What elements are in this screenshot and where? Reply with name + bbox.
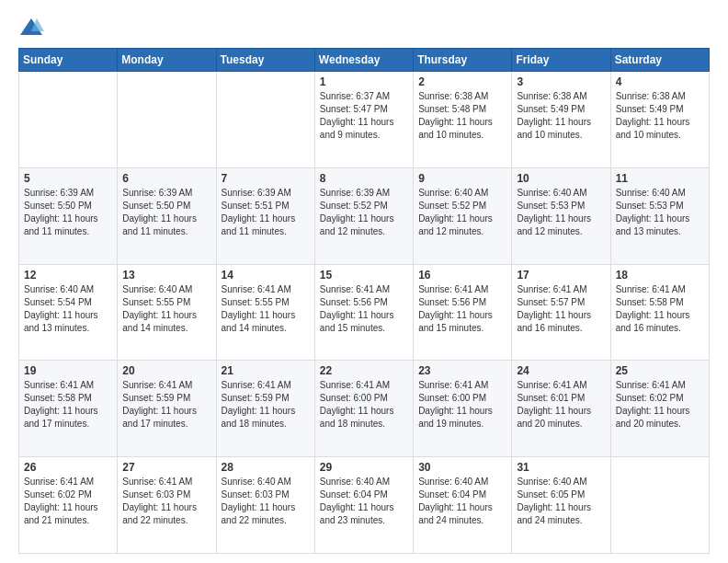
day-number: 17 [517, 269, 605, 282]
day-number: 20 [122, 364, 210, 377]
day-info: Sunrise: 6:41 AM Sunset: 5:59 PM Dayligh… [222, 379, 310, 431]
day-cell: 17Sunrise: 6:41 AM Sunset: 5:57 PM Dayli… [512, 264, 610, 361]
day-info: Sunrise: 6:41 AM Sunset: 5:58 PM Dayligh… [24, 379, 112, 431]
week-row-5: 26Sunrise: 6:41 AM Sunset: 6:02 PM Dayli… [19, 457, 710, 554]
day-number: 18 [616, 269, 704, 282]
day-number: 15 [320, 269, 408, 282]
day-info: Sunrise: 6:41 AM Sunset: 5:59 PM Dayligh… [122, 379, 210, 431]
header-cell-thursday: Thursday [414, 49, 512, 72]
day-number: 30 [418, 461, 506, 474]
day-number: 14 [222, 269, 310, 282]
day-cell: 18Sunrise: 6:41 AM Sunset: 5:58 PM Dayli… [610, 264, 709, 361]
day-info: Sunrise: 6:41 AM Sunset: 5:56 PM Dayligh… [320, 283, 408, 335]
day-cell: 2Sunrise: 6:38 AM Sunset: 5:48 PM Daylig… [414, 72, 512, 168]
day-info: Sunrise: 6:38 AM Sunset: 5:48 PM Dayligh… [418, 90, 506, 142]
logo [18, 15, 46, 40]
header-row: SundayMondayTuesdayWednesdayThursdayFrid… [19, 49, 710, 72]
day-number: 9 [418, 172, 506, 185]
day-info: Sunrise: 6:40 AM Sunset: 6:05 PM Dayligh… [517, 476, 605, 527]
day-info: Sunrise: 6:40 AM Sunset: 5:52 PM Dayligh… [418, 187, 506, 238]
day-number: 26 [24, 461, 112, 474]
day-number: 21 [222, 364, 310, 377]
day-cell: 10Sunrise: 6:40 AM Sunset: 5:53 PM Dayli… [512, 167, 610, 264]
day-number: 8 [320, 172, 408, 185]
header-cell-sunday: Sunday [19, 49, 118, 72]
day-cell [118, 72, 216, 168]
day-number: 10 [517, 172, 605, 185]
header-cell-friday: Friday [512, 49, 610, 72]
day-cell: 19Sunrise: 6:41 AM Sunset: 5:58 PM Dayli… [19, 361, 118, 457]
day-cell [216, 72, 314, 168]
day-info: Sunrise: 6:41 AM Sunset: 6:02 PM Dayligh… [24, 476, 112, 527]
day-cell: 12Sunrise: 6:40 AM Sunset: 5:54 PM Dayli… [19, 264, 118, 361]
day-number: 27 [122, 461, 210, 474]
day-cell: 28Sunrise: 6:40 AM Sunset: 6:03 PM Dayli… [216, 457, 314, 554]
day-info: Sunrise: 6:41 AM Sunset: 6:00 PM Dayligh… [418, 379, 506, 431]
day-info: Sunrise: 6:41 AM Sunset: 6:00 PM Dayligh… [320, 379, 408, 431]
day-cell: 21Sunrise: 6:41 AM Sunset: 5:59 PM Dayli… [216, 361, 314, 457]
day-cell: 4Sunrise: 6:38 AM Sunset: 5:49 PM Daylig… [610, 72, 709, 168]
day-cell: 6Sunrise: 6:39 AM Sunset: 5:50 PM Daylig… [118, 167, 216, 264]
day-cell: 1Sunrise: 6:37 AM Sunset: 5:47 PM Daylig… [314, 72, 413, 168]
day-number: 19 [24, 364, 112, 377]
day-info: Sunrise: 6:39 AM Sunset: 5:52 PM Dayligh… [320, 187, 408, 238]
day-cell: 23Sunrise: 6:41 AM Sunset: 6:00 PM Dayli… [414, 361, 512, 457]
day-cell: 29Sunrise: 6:40 AM Sunset: 6:04 PM Dayli… [314, 457, 413, 554]
calendar-table: SundayMondayTuesdayWednesdayThursdayFrid… [18, 48, 710, 554]
day-cell: 26Sunrise: 6:41 AM Sunset: 6:02 PM Dayli… [19, 457, 118, 554]
day-cell: 15Sunrise: 6:41 AM Sunset: 5:56 PM Dayli… [314, 264, 413, 361]
day-info: Sunrise: 6:40 AM Sunset: 6:03 PM Dayligh… [222, 476, 310, 527]
day-number: 16 [418, 269, 506, 282]
day-cell: 16Sunrise: 6:41 AM Sunset: 5:56 PM Dayli… [414, 264, 512, 361]
day-cell: 3Sunrise: 6:38 AM Sunset: 5:49 PM Daylig… [512, 72, 610, 168]
day-number: 1 [320, 75, 408, 88]
day-info: Sunrise: 6:41 AM Sunset: 5:55 PM Dayligh… [222, 283, 310, 335]
day-cell: 13Sunrise: 6:40 AM Sunset: 5:55 PM Dayli… [118, 264, 216, 361]
day-number: 2 [418, 75, 506, 88]
day-info: Sunrise: 6:40 AM Sunset: 6:04 PM Dayligh… [418, 476, 506, 527]
day-number: 12 [24, 269, 112, 282]
day-info: Sunrise: 6:38 AM Sunset: 5:49 PM Dayligh… [616, 90, 704, 142]
day-info: Sunrise: 6:40 AM Sunset: 5:54 PM Dayligh… [24, 283, 112, 335]
header-cell-saturday: Saturday [610, 49, 709, 72]
day-info: Sunrise: 6:41 AM Sunset: 5:57 PM Dayligh… [517, 283, 605, 335]
day-info: Sunrise: 6:39 AM Sunset: 5:50 PM Dayligh… [24, 187, 112, 238]
week-row-2: 5Sunrise: 6:39 AM Sunset: 5:50 PM Daylig… [19, 167, 710, 264]
day-cell: 5Sunrise: 6:39 AM Sunset: 5:50 PM Daylig… [19, 167, 118, 264]
calendar-header: SundayMondayTuesdayWednesdayThursdayFrid… [19, 49, 710, 72]
day-info: Sunrise: 6:40 AM Sunset: 5:53 PM Dayligh… [517, 187, 605, 238]
header-cell-monday: Monday [118, 49, 216, 72]
day-info: Sunrise: 6:41 AM Sunset: 5:56 PM Dayligh… [418, 283, 506, 335]
page: SundayMondayTuesdayWednesdayThursdayFrid… [0, 0, 728, 563]
day-number: 5 [24, 172, 112, 185]
day-cell: 25Sunrise: 6:41 AM Sunset: 6:02 PM Dayli… [610, 361, 709, 457]
day-cell: 31Sunrise: 6:40 AM Sunset: 6:05 PM Dayli… [512, 457, 610, 554]
day-number: 23 [418, 364, 506, 377]
day-number: 22 [320, 364, 408, 377]
day-info: Sunrise: 6:40 AM Sunset: 5:53 PM Dayligh… [616, 187, 704, 238]
day-number: 11 [616, 172, 704, 185]
day-info: Sunrise: 6:41 AM Sunset: 5:58 PM Dayligh… [616, 283, 704, 335]
day-cell [610, 457, 709, 554]
day-number: 7 [222, 172, 310, 185]
day-info: Sunrise: 6:39 AM Sunset: 5:51 PM Dayligh… [222, 187, 310, 238]
day-info: Sunrise: 6:41 AM Sunset: 6:01 PM Dayligh… [517, 379, 605, 431]
day-cell: 30Sunrise: 6:40 AM Sunset: 6:04 PM Dayli… [414, 457, 512, 554]
header [18, 15, 710, 40]
day-info: Sunrise: 6:41 AM Sunset: 6:02 PM Dayligh… [616, 379, 704, 431]
week-row-1: 1Sunrise: 6:37 AM Sunset: 5:47 PM Daylig… [19, 72, 710, 168]
day-cell: 22Sunrise: 6:41 AM Sunset: 6:00 PM Dayli… [314, 361, 413, 457]
day-cell [19, 72, 118, 168]
header-cell-tuesday: Tuesday [216, 49, 314, 72]
day-cell: 11Sunrise: 6:40 AM Sunset: 5:53 PM Dayli… [610, 167, 709, 264]
day-cell: 27Sunrise: 6:41 AM Sunset: 6:03 PM Dayli… [118, 457, 216, 554]
header-cell-wednesday: Wednesday [314, 49, 413, 72]
day-number: 25 [616, 364, 704, 377]
day-cell: 20Sunrise: 6:41 AM Sunset: 5:59 PM Dayli… [118, 361, 216, 457]
week-row-4: 19Sunrise: 6:41 AM Sunset: 5:58 PM Dayli… [19, 361, 710, 457]
day-number: 4 [616, 75, 704, 88]
day-number: 3 [517, 75, 605, 88]
day-info: Sunrise: 6:37 AM Sunset: 5:47 PM Dayligh… [320, 90, 408, 142]
day-info: Sunrise: 6:41 AM Sunset: 6:03 PM Dayligh… [122, 476, 210, 527]
day-info: Sunrise: 6:38 AM Sunset: 5:49 PM Dayligh… [517, 90, 605, 142]
